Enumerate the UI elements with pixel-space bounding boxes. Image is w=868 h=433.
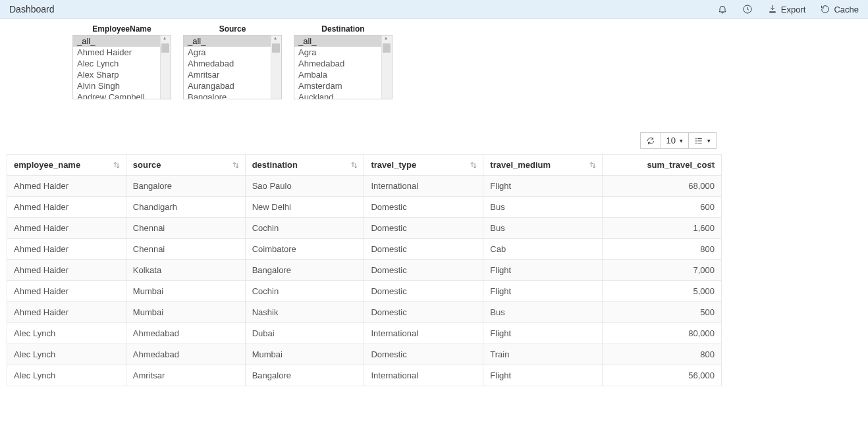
cell-destination: Cochin <box>245 218 364 239</box>
refresh-icon <box>646 136 655 145</box>
cell-travel_type: Domestic <box>364 197 483 218</box>
history-button[interactable] <box>742 4 753 14</box>
table-row[interactable]: Ahmed HaiderMumbaiNashikDomesticBus500 <box>7 302 722 323</box>
column-label: sum_travel_cost <box>647 160 715 170</box>
scrollbar[interactable] <box>160 36 171 99</box>
table-row[interactable]: Alec LynchAhmedabadDubaiInternationalFli… <box>7 323 722 344</box>
cell-travel_medium: Flight <box>483 281 603 302</box>
column-header-travel_type[interactable]: travel_type <box>364 155 483 176</box>
table-row[interactable]: Ahmed HaiderBangaloreSao PauloInternatio… <box>7 176 722 197</box>
cell-travel_medium: Bus <box>483 197 603 218</box>
sort-icon <box>470 161 477 170</box>
cell-source: Mumbai <box>126 281 245 302</box>
column-label: employee_name <box>14 160 80 170</box>
notifications-button[interactable] <box>717 4 728 14</box>
export-button[interactable]: Export <box>767 4 806 14</box>
list-item[interactable]: Aurangabad <box>184 80 281 91</box>
scrollbar-thumb[interactable] <box>161 43 169 53</box>
cell-destination: Cochin <box>245 281 364 302</box>
list-item[interactable]: Amritsar <box>184 69 281 80</box>
table-body: Ahmed HaiderBangaloreSao PauloInternatio… <box>7 176 722 386</box>
bell-icon <box>717 4 728 14</box>
refresh-button[interactable] <box>640 132 661 149</box>
cache-label: Cache <box>834 5 859 14</box>
column-label: destination <box>252 160 298 170</box>
filters-row: EmployeeName_all_Ahmed HaiderAlec LynchA… <box>0 19 868 106</box>
cell-sum_travel_cost: 56,000 <box>603 365 722 386</box>
list-item[interactable]: Agra <box>184 47 281 58</box>
list-item[interactable]: Ambala <box>294 69 392 80</box>
cell-sum_travel_cost: 1,600 <box>603 218 722 239</box>
cell-source: Chandigarh <box>126 197 245 218</box>
filter-block-0: EmployeeName_all_Ahmed HaiderAlec LynchA… <box>72 24 171 99</box>
cell-destination: New Delhi <box>245 197 364 218</box>
sort-icon <box>232 161 240 170</box>
table-row[interactable]: Ahmed HaiderChennaiCochinDomesticBus1,60… <box>7 218 722 239</box>
cell-source: Chennai <box>126 218 245 239</box>
filter-listbox-employeename[interactable]: _all_Ahmed HaiderAlec LynchAlex SharpAlv… <box>72 35 171 99</box>
column-header-sum_travel_cost[interactable]: sum_travel_cost <box>603 155 722 176</box>
list-item[interactable]: Auckland <box>294 91 392 99</box>
cell-destination: Nashik <box>245 302 364 323</box>
list-item[interactable]: _all_ <box>294 36 392 47</box>
list-item[interactable]: _all_ <box>184 36 281 47</box>
column-header-destination[interactable]: destination <box>245 155 364 176</box>
table-toolbar: 10 ▾ ▾ <box>0 106 868 154</box>
filter-listbox-source[interactable]: _all_AgraAhmedabadAmritsarAurangabadBang… <box>183 35 282 99</box>
reload-icon <box>820 4 830 14</box>
column-header-source[interactable]: source <box>126 155 245 176</box>
table-row[interactable]: Ahmed HaiderKolkataBangaloreDomesticFlig… <box>7 260 722 281</box>
list-item[interactable]: Amsterdam <box>294 80 392 91</box>
page-size-select[interactable]: 10 ▾ <box>661 132 689 149</box>
cell-employee_name: Ahmed Haider <box>7 239 126 260</box>
cell-travel_medium: Flight <box>483 260 603 281</box>
cell-travel_medium: Bus <box>483 218 603 239</box>
cell-travel_type: Domestic <box>364 344 483 365</box>
list-item[interactable]: Bangalore <box>184 91 281 99</box>
cell-sum_travel_cost: 7,000 <box>603 260 722 281</box>
sort-icon <box>350 161 358 170</box>
scrollbar[interactable] <box>381 36 392 99</box>
table-row[interactable]: Ahmed HaiderMumbaiCochinDomesticFlight5,… <box>7 281 722 302</box>
list-item[interactable]: Alvin Singh <box>73 80 171 91</box>
table-row[interactable]: Alec LynchAhmedabadMumbaiDomesticTrain80… <box>7 344 722 365</box>
cell-sum_travel_cost: 68,000 <box>603 176 722 197</box>
table-row[interactable]: Ahmed HaiderChennaiCoimbatoreDomesticCab… <box>7 239 722 260</box>
cell-source: Bangalore <box>126 176 245 197</box>
list-item[interactable]: Ahmedabad <box>184 58 281 69</box>
filter-listbox-destination[interactable]: _all_AgraAhmedabadAmbalaAmsterdamAucklan… <box>294 35 393 99</box>
list-item[interactable]: Alex Sharp <box>73 69 171 80</box>
cell-travel_medium: Bus <box>483 302 603 323</box>
caret-down-icon: ▾ <box>707 138 711 144</box>
cache-button[interactable]: Cache <box>820 4 859 14</box>
table-header-row: employee_namesourcedestinationtravel_typ… <box>7 155 722 176</box>
scrollbar[interactable] <box>271 36 281 99</box>
column-label: travel_medium <box>490 160 551 170</box>
export-label: Export <box>781 5 806 14</box>
cell-travel_type: Domestic <box>364 239 483 260</box>
cell-destination: Dubai <box>245 323 364 344</box>
sort-icon <box>708 161 716 170</box>
list-item[interactable]: Andrew Campbell <box>73 91 171 99</box>
list-item[interactable]: Agra <box>294 47 392 58</box>
cell-source: Amritsar <box>126 365 245 386</box>
page-title: Dashboard <box>9 4 55 14</box>
cell-travel_medium: Flight <box>483 176 603 197</box>
column-header-travel_medium[interactable]: travel_medium <box>483 155 603 176</box>
table-row[interactable]: Ahmed HaiderChandigarhNew DelhiDomesticB… <box>7 197 722 218</box>
cell-employee_name: Ahmed Haider <box>7 281 126 302</box>
cell-source: Ahmedabad <box>126 323 245 344</box>
caret-down-icon: ▾ <box>680 138 683 144</box>
list-item[interactable]: Alec Lynch <box>73 58 171 69</box>
data-table: employee_namesourcedestinationtravel_typ… <box>7 154 722 386</box>
view-options-button[interactable]: ▾ <box>689 132 717 149</box>
list-item[interactable]: Ahmedabad <box>294 58 392 69</box>
scrollbar-thumb[interactable] <box>383 43 391 53</box>
column-header-employee_name[interactable]: employee_name <box>7 155 126 176</box>
topbar-actions: Export Cache <box>717 4 859 14</box>
list-item[interactable]: Ahmed Haider <box>73 47 171 58</box>
table-row[interactable]: Alec LynchAmritsarBangaloreInternational… <box>7 365 722 386</box>
list-item[interactable]: _all_ <box>73 36 171 47</box>
scrollbar-thumb[interactable] <box>272 43 280 53</box>
cell-employee_name: Ahmed Haider <box>7 176 126 197</box>
